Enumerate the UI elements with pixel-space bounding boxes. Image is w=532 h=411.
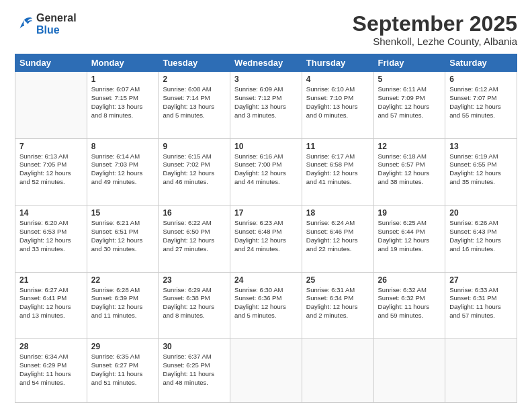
day-info: Sunrise: 6:27 AMSunset: 6:41 PMDaylight:… [19, 286, 83, 320]
logo: General Blue [15, 12, 77, 36]
day-info: Sunrise: 6:37 AMSunset: 6:25 PMDaylight:… [163, 353, 226, 387]
table-row: 20Sunrise: 6:26 AMSunset: 6:43 PMDayligh… [445, 205, 517, 272]
col-thursday: Thursday [302, 54, 373, 72]
col-sunday: Sunday [15, 54, 87, 72]
day-number: 27 [449, 275, 513, 285]
day-info: Sunrise: 6:25 AMSunset: 6:44 PMDaylight:… [378, 219, 441, 253]
day-number: 25 [306, 275, 369, 285]
logo-icon [15, 15, 34, 34]
table-row: 15Sunrise: 6:21 AMSunset: 6:51 PMDayligh… [87, 205, 159, 272]
day-info: Sunrise: 6:23 AMSunset: 6:48 PMDaylight:… [234, 219, 298, 253]
col-saturday: Saturday [445, 54, 517, 72]
col-monday: Monday [87, 54, 159, 72]
table-row: 4Sunrise: 6:10 AMSunset: 7:10 PMDaylight… [302, 72, 373, 138]
main-title: September 2025 [353, 12, 517, 36]
day-info: Sunrise: 6:07 AMSunset: 7:15 PMDaylight:… [91, 85, 154, 120]
day-number: 14 [19, 208, 83, 218]
table-row: 14Sunrise: 6:20 AMSunset: 6:53 PMDayligh… [15, 205, 87, 272]
table-row: 19Sunrise: 6:25 AMSunset: 6:44 PMDayligh… [373, 205, 445, 272]
day-number: 15 [91, 208, 154, 218]
table-row: 2Sunrise: 6:08 AMSunset: 7:14 PMDaylight… [159, 72, 230, 138]
day-info: Sunrise: 6:14 AMSunset: 7:03 PMDaylight:… [91, 152, 154, 187]
day-info: Sunrise: 6:18 AMSunset: 6:57 PMDaylight:… [378, 152, 441, 187]
calendar-table: Sunday Monday Tuesday Wednesday Thursday… [15, 54, 517, 403]
day-info: Sunrise: 6:33 AMSunset: 6:31 PMDaylight:… [449, 286, 513, 320]
table-row: 8Sunrise: 6:14 AMSunset: 7:03 PMDaylight… [87, 138, 159, 205]
day-info: Sunrise: 6:16 AMSunset: 7:00 PMDaylight:… [234, 152, 298, 187]
day-info: Sunrise: 6:10 AMSunset: 7:10 PMDaylight:… [306, 85, 369, 120]
calendar-header-row: Sunday Monday Tuesday Wednesday Thursday… [15, 54, 517, 72]
day-number: 10 [234, 142, 298, 151]
table-row: 23Sunrise: 6:29 AMSunset: 6:38 PMDayligh… [159, 272, 230, 338]
table-row: 7Sunrise: 6:13 AMSunset: 7:05 PMDaylight… [15, 138, 87, 205]
day-info: Sunrise: 6:24 AMSunset: 6:46 PMDaylight:… [306, 219, 369, 253]
table-row: 29Sunrise: 6:35 AMSunset: 6:27 PMDayligh… [87, 339, 159, 403]
day-number: 5 [378, 75, 441, 84]
day-number: 2 [163, 75, 226, 84]
table-row: 27Sunrise: 6:33 AMSunset: 6:31 PMDayligh… [445, 272, 517, 338]
day-info: Sunrise: 6:34 AMSunset: 6:29 PMDaylight:… [19, 353, 83, 387]
day-info: Sunrise: 6:13 AMSunset: 7:05 PMDaylight:… [19, 152, 83, 187]
table-row: 30Sunrise: 6:37 AMSunset: 6:25 PMDayligh… [159, 339, 230, 403]
day-number: 26 [378, 275, 441, 285]
col-tuesday: Tuesday [159, 54, 230, 72]
table-row: 17Sunrise: 6:23 AMSunset: 6:48 PMDayligh… [230, 205, 302, 272]
day-number: 29 [91, 342, 154, 351]
table-row: 28Sunrise: 6:34 AMSunset: 6:29 PMDayligh… [15, 339, 87, 403]
table-row: 26Sunrise: 6:32 AMSunset: 6:32 PMDayligh… [373, 272, 445, 338]
day-info: Sunrise: 6:09 AMSunset: 7:12 PMDaylight:… [234, 85, 298, 120]
table-row: 11Sunrise: 6:17 AMSunset: 6:58 PMDayligh… [302, 138, 373, 205]
logo-text-blue: Blue [36, 24, 77, 36]
day-number: 17 [234, 208, 298, 218]
day-number: 24 [234, 275, 298, 285]
day-info: Sunrise: 6:28 AMSunset: 6:39 PMDaylight:… [91, 286, 154, 320]
day-number: 9 [163, 142, 226, 151]
table-row: 12Sunrise: 6:18 AMSunset: 6:57 PMDayligh… [373, 138, 445, 205]
day-number: 20 [449, 208, 513, 218]
day-number: 12 [378, 142, 441, 151]
day-number: 22 [91, 275, 154, 285]
day-number: 16 [163, 208, 226, 218]
day-info: Sunrise: 6:20 AMSunset: 6:53 PMDaylight:… [19, 219, 83, 253]
table-row: 22Sunrise: 6:28 AMSunset: 6:39 PMDayligh… [87, 272, 159, 338]
day-info: Sunrise: 6:31 AMSunset: 6:34 PMDaylight:… [306, 286, 369, 320]
table-row: 24Sunrise: 6:30 AMSunset: 6:36 PMDayligh… [230, 272, 302, 338]
day-number: 6 [449, 75, 513, 84]
table-row: 3Sunrise: 6:09 AMSunset: 7:12 PMDaylight… [230, 72, 302, 138]
day-number: 18 [306, 208, 369, 218]
day-number: 28 [19, 342, 83, 351]
day-info: Sunrise: 6:29 AMSunset: 6:38 PMDaylight:… [163, 286, 226, 320]
table-row [230, 339, 302, 403]
table-row [373, 339, 445, 403]
header: General Blue September 2025 Shenkoll, Le… [15, 12, 517, 47]
day-number: 19 [378, 208, 441, 218]
day-number: 1 [91, 75, 154, 84]
day-number: 3 [234, 75, 298, 84]
subtitle: Shenkoll, Lezhe County, Albania [353, 36, 517, 47]
day-number: 8 [91, 142, 154, 151]
table-row: 18Sunrise: 6:24 AMSunset: 6:46 PMDayligh… [302, 205, 373, 272]
day-info: Sunrise: 6:30 AMSunset: 6:36 PMDaylight:… [234, 286, 298, 320]
page: General Blue September 2025 Shenkoll, Le… [0, 0, 532, 411]
day-info: Sunrise: 6:21 AMSunset: 6:51 PMDaylight:… [91, 219, 154, 253]
day-info: Sunrise: 6:12 AMSunset: 7:07 PMDaylight:… [449, 85, 513, 120]
day-info: Sunrise: 6:22 AMSunset: 6:50 PMDaylight:… [163, 219, 226, 253]
logo-text-general: General [36, 12, 77, 24]
table-row: 16Sunrise: 6:22 AMSunset: 6:50 PMDayligh… [159, 205, 230, 272]
table-row: 9Sunrise: 6:15 AMSunset: 7:02 PMDaylight… [159, 138, 230, 205]
day-number: 21 [19, 275, 83, 285]
col-friday: Friday [373, 54, 445, 72]
day-info: Sunrise: 6:19 AMSunset: 6:55 PMDaylight:… [449, 152, 513, 187]
day-info: Sunrise: 6:08 AMSunset: 7:14 PMDaylight:… [163, 85, 226, 120]
table-row: 25Sunrise: 6:31 AMSunset: 6:34 PMDayligh… [302, 272, 373, 338]
day-info: Sunrise: 6:26 AMSunset: 6:43 PMDaylight:… [449, 219, 513, 253]
table-row [15, 72, 87, 138]
day-info: Sunrise: 6:17 AMSunset: 6:58 PMDaylight:… [306, 152, 369, 187]
day-number: 11 [306, 142, 369, 151]
day-number: 4 [306, 75, 369, 84]
table-row [445, 339, 517, 403]
day-number: 23 [163, 275, 226, 285]
day-number: 7 [19, 142, 83, 151]
table-row: 1Sunrise: 6:07 AMSunset: 7:15 PMDaylight… [87, 72, 159, 138]
day-info: Sunrise: 6:15 AMSunset: 7:02 PMDaylight:… [163, 152, 226, 187]
